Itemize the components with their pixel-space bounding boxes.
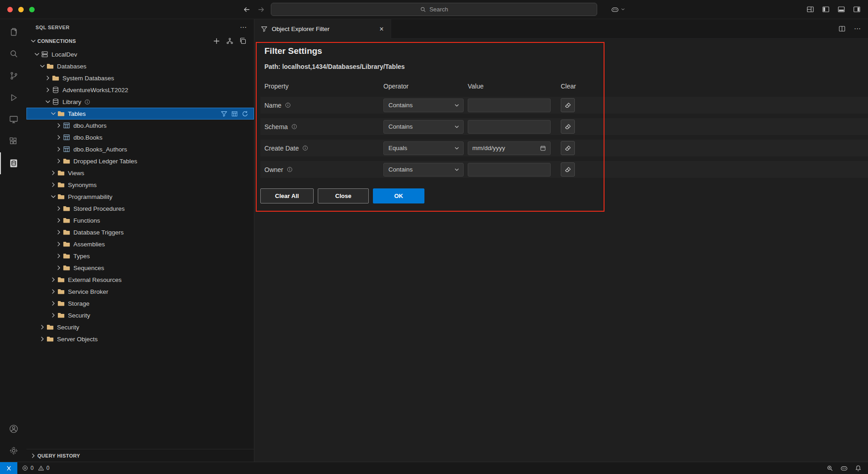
chevron-right-icon[interactable] xyxy=(49,300,57,307)
tree-item-dbo-books[interactable]: dbo.Books xyxy=(26,131,254,143)
tree-item-dbo-authors[interactable]: dbo.Authors xyxy=(26,120,254,131)
tree-item-assemblies[interactable]: Assemblies xyxy=(26,238,254,250)
clear-schema-button[interactable] xyxy=(561,120,575,134)
chevron-right-icon[interactable] xyxy=(49,312,57,319)
tree-item-library[interactable]: Library xyxy=(26,96,254,108)
chevron-right-icon[interactable] xyxy=(44,86,52,94)
tree-item-stored-procedures[interactable]: Stored Procedures xyxy=(26,203,254,214)
tree-item-storage[interactable]: Storage xyxy=(26,297,254,309)
close-button[interactable]: Close xyxy=(318,188,369,203)
notifications-bell-icon[interactable] xyxy=(855,465,862,472)
tree-item-database-triggers[interactable]: Database Triggers xyxy=(26,226,254,238)
sql-server-icon[interactable] xyxy=(0,152,26,174)
tree-item-views[interactable]: Views xyxy=(26,167,254,179)
more-actions-icon[interactable]: ⋯ xyxy=(240,23,247,31)
chevron-right-icon[interactable] xyxy=(55,240,63,248)
tree-item-dbo-books-authors[interactable]: dbo.Books_Authors xyxy=(26,143,254,155)
chevron-down-icon[interactable] xyxy=(38,63,46,70)
minimize-window-button[interactable] xyxy=(18,7,24,12)
back-arrow-icon[interactable] xyxy=(243,6,250,13)
chevron-right-icon[interactable] xyxy=(49,288,57,295)
clear-owner-button[interactable] xyxy=(561,162,575,177)
filter-action-icon[interactable] xyxy=(221,110,227,117)
value-input-owner[interactable] xyxy=(468,163,551,177)
chevron-right-icon[interactable] xyxy=(55,157,63,165)
tree-item-tables[interactable]: Tables xyxy=(26,108,254,120)
toggle-primary-sidebar-icon[interactable] xyxy=(822,5,830,13)
chevron-down-icon[interactable] xyxy=(49,193,57,200)
tree-item-external-resources[interactable]: External Resources xyxy=(26,274,254,286)
operator-select-schema[interactable]: Contains xyxy=(383,120,464,134)
tree-item-service-broker[interactable]: Service Broker xyxy=(26,286,254,297)
remote-explorer-icon[interactable] xyxy=(0,109,26,130)
tree-item-adventureworkslt2022[interactable]: AdventureWorksLT2022 xyxy=(26,84,254,96)
copilot-status-icon[interactable] xyxy=(840,464,848,472)
chevron-right-icon[interactable] xyxy=(44,74,52,82)
calendar-icon[interactable] xyxy=(540,145,546,151)
close-tab-icon[interactable]: × xyxy=(377,25,386,34)
tree-item-localdev[interactable]: LocalDev xyxy=(26,48,254,60)
value-input-name[interactable] xyxy=(468,99,551,112)
ok-button[interactable]: OK xyxy=(373,188,424,203)
customize-layout-icon[interactable] xyxy=(806,5,814,13)
clear-name-button[interactable] xyxy=(561,98,575,112)
tree-item-types[interactable]: Types xyxy=(26,250,254,262)
extensions-icon[interactable] xyxy=(0,130,26,152)
tree-item-synonyms[interactable]: Synonyms xyxy=(26,179,254,191)
tree-item-programmability[interactable]: Programmability xyxy=(26,191,254,203)
tree-item-dropped-ledger-tables[interactable]: Dropped Ledger Tables xyxy=(26,155,254,167)
account-icon[interactable] xyxy=(0,418,26,440)
table-action-icon[interactable] xyxy=(231,110,238,117)
toggle-secondary-sidebar-icon[interactable] xyxy=(853,5,861,13)
tree-item-sequences[interactable]: Sequences xyxy=(26,262,254,274)
operator-select-name[interactable]: Contains xyxy=(383,99,464,112)
chevron-right-icon[interactable] xyxy=(38,323,46,331)
editor-more-actions-icon[interactable]: ⋯ xyxy=(854,25,861,33)
command-center-search[interactable]: Search xyxy=(271,3,597,16)
explorer-icon[interactable] xyxy=(0,21,26,43)
value-date-input-create-date[interactable]: mm/dd/yyyy xyxy=(468,141,551,155)
collapse-all-icon[interactable] xyxy=(239,37,247,45)
chevron-right-icon[interactable] xyxy=(55,146,63,153)
tab-object-explorer-filter[interactable]: Object Explorer Filter × xyxy=(254,19,391,39)
close-window-button[interactable] xyxy=(7,7,13,12)
tree-item-server-objects[interactable]: Server Objects xyxy=(26,333,254,345)
problems-indicator[interactable]: 0 0 xyxy=(22,465,51,471)
chevron-right-icon[interactable] xyxy=(55,217,63,224)
chevron-right-icon[interactable] xyxy=(49,276,57,283)
search-icon[interactable] xyxy=(0,43,26,65)
chevron-right-icon[interactable] xyxy=(49,169,57,177)
chevron-right-icon[interactable] xyxy=(38,335,46,343)
refresh-action-icon[interactable] xyxy=(242,110,248,117)
operator-select-owner[interactable]: Contains xyxy=(383,163,464,177)
add-connection-icon[interactable] xyxy=(213,37,220,45)
connections-section-header[interactable]: CONNECTIONS xyxy=(26,35,254,47)
clear-all-button[interactable]: Clear All xyxy=(260,188,314,203)
tree-item-security[interactable]: Security xyxy=(26,309,254,321)
operator-select-create-date[interactable]: Equals xyxy=(383,141,464,155)
copilot-menu[interactable] xyxy=(611,5,625,14)
chevron-right-icon[interactable] xyxy=(55,122,63,129)
chevron-right-icon[interactable] xyxy=(55,229,63,236)
tree-item-databases[interactable]: Databases xyxy=(26,60,254,72)
tree-item-system-databases[interactable]: System Databases xyxy=(26,72,254,84)
chevron-down-icon[interactable] xyxy=(33,51,41,58)
forward-arrow-icon[interactable] xyxy=(258,6,265,13)
chevron-right-icon[interactable] xyxy=(55,252,63,260)
query-history-header[interactable]: QUERY HISTORY xyxy=(26,449,254,462)
chevron-right-icon[interactable] xyxy=(49,181,57,188)
split-editor-icon[interactable] xyxy=(838,25,846,32)
value-input-schema[interactable] xyxy=(468,120,551,134)
tree-item-security[interactable]: Security xyxy=(26,321,254,333)
chevron-right-icon[interactable] xyxy=(55,134,63,141)
settings-gear-icon[interactable] xyxy=(0,440,26,462)
maximize-window-button[interactable] xyxy=(29,7,35,12)
tree-item-functions[interactable]: Functions xyxy=(26,214,254,226)
zoom-indicator-icon[interactable] xyxy=(827,465,833,472)
chevron-right-icon[interactable] xyxy=(55,205,63,212)
chevron-right-icon[interactable] xyxy=(55,264,63,271)
toggle-panel-icon[interactable] xyxy=(837,5,845,13)
run-and-debug-icon[interactable] xyxy=(0,87,26,109)
remote-indicator[interactable] xyxy=(0,462,17,474)
source-control-icon[interactable] xyxy=(0,65,26,87)
